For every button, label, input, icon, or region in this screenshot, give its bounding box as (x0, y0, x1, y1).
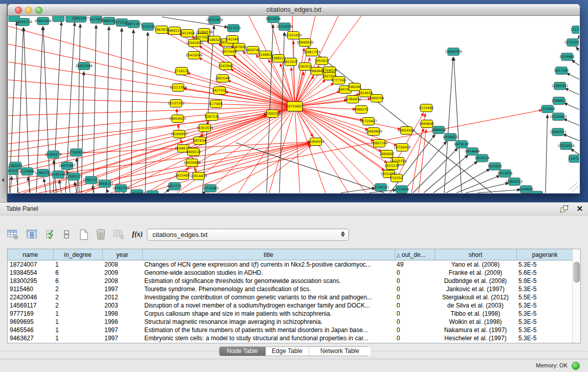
column-header-pagerank[interactable]: pagerank (516, 249, 573, 260)
zoom-window-button[interactable] (35, 7, 42, 14)
graph-node[interactable]: 14136141 (372, 184, 389, 191)
tab-node-table[interactable]: Node Table (220, 347, 266, 356)
table-cell[interactable]: Dudbridge et al. (2008) (434, 277, 516, 285)
graph-node[interactable]: 14671355 (125, 20, 142, 28)
table-cell[interactable]: 5.3E-5 (516, 310, 573, 318)
delete-table-button[interactable] (112, 229, 126, 239)
tab-network-table[interactable]: Network Table (309, 347, 371, 356)
table-cell[interactable]: 9699695 (8, 318, 53, 326)
graph-node[interactable]: 19166852 (170, 130, 187, 138)
graph-node[interactable] (53, 16, 64, 22)
network-canvas[interactable]: 1405572420691406106532471527602646616010… (8, 16, 579, 193)
table-cell[interactable]: 5.3E-5 (516, 260, 573, 269)
graph-node[interactable]: 10654112 (506, 178, 522, 186)
table-cell[interactable]: 5.3E-5 (516, 301, 573, 310)
function-builder-button[interactable]: f(x) (132, 230, 143, 238)
graph-node[interactable]: 1145194 (51, 171, 66, 179)
table-cell[interactable]: 2009 (102, 269, 142, 277)
table-cell[interactable]: Investigating the contribution of common… (142, 293, 395, 301)
table-cell[interactable]: 2 (53, 293, 102, 301)
table-cell[interactable]: 6 (53, 269, 102, 277)
graph-node[interactable]: 887834 (193, 137, 206, 145)
table-cell[interactable]: 9115460 (8, 285, 53, 293)
column-header-short[interactable]: short (434, 249, 516, 260)
table-cell[interactable]: Structural magnetic resonance image aver… (142, 318, 395, 326)
graph-node[interactable]: 1117534 (571, 26, 579, 34)
graph-node[interactable]: 17359924 (68, 149, 84, 157)
graph-node[interactable]: 746266 (349, 83, 361, 91)
graph-node[interactable]: 12505135 (65, 173, 82, 181)
graph-node[interactable]: 116753 (569, 155, 579, 163)
table-cell[interactable]: 0 (395, 334, 434, 342)
graph-node[interactable]: 15751074 (564, 39, 579, 47)
graph-node[interactable]: 12093582 (551, 82, 568, 90)
graph-node[interactable]: 14353534 (196, 124, 213, 132)
table-cell[interactable]: Estimation of the future numbers of pati… (142, 326, 395, 334)
graph-node[interactable]: 6479197 (454, 141, 469, 148)
table-row[interactable]: 969969511998Structural magnetic resonanc… (8, 318, 573, 326)
table-cell[interactable]: Hescheler et al. (1997) (434, 334, 516, 342)
table-cell[interactable]: 1998 (102, 310, 142, 318)
graph-node[interactable]: 9899695 (420, 120, 434, 128)
table-cell[interactable]: 0 (395, 310, 434, 318)
table-cell[interactable]: Jankovic et al. (1997) (434, 285, 516, 293)
select-all-button[interactable] (45, 229, 56, 239)
table-cell[interactable]: 5.9E-5 (516, 277, 573, 285)
table-cell[interactable]: 2 (53, 285, 102, 293)
close-window-button[interactable] (15, 7, 22, 14)
graph-node[interactable]: 9115460 (419, 104, 434, 112)
graph-node[interactable]: 7955812 (315, 57, 330, 65)
graph-node[interactable]: 7986372 (354, 106, 369, 114)
graph-node[interactable]: 2933514 (475, 155, 490, 162)
graph-node[interactable]: 39159 (8, 167, 18, 175)
network-window-titlebar[interactable]: citations_edges.txt (8, 4, 580, 16)
graph-node[interactable]: 15720407 (360, 118, 377, 125)
row-height-button[interactable] (62, 229, 71, 239)
graph-node[interactable]: 20053346 (75, 62, 92, 70)
graph-node[interactable]: 20206576 (45, 151, 61, 159)
table-cell[interactable]: 2008 (102, 260, 142, 269)
table-row[interactable]: 1938455462009Genome-wide association stu… (8, 269, 573, 277)
graph-node[interactable]: 7632621 (488, 163, 503, 170)
graph-node[interactable]: 9457771 (167, 183, 182, 190)
graph-node[interactable]: 21364436 (344, 96, 361, 103)
table-cell[interactable]: Yano et al. (2008) (434, 260, 516, 269)
tab-edge-table[interactable]: Edge Table (266, 347, 309, 356)
table-cell[interactable]: Stergiakouli et al. (2012) (434, 293, 516, 301)
graph-node[interactable]: 9329966 (560, 53, 575, 61)
graph-node[interactable]: 9498222 (186, 148, 201, 156)
table-cell[interactable]: 49 (395, 260, 434, 269)
table-cell[interactable]: 5.5E-5 (516, 293, 573, 301)
table-cell[interactable]: 9777169 (8, 310, 53, 318)
table-cell[interactable]: 1 (53, 326, 102, 334)
table-cell[interactable]: 1 (53, 310, 102, 318)
graph-node[interactable]: 19218506 (276, 23, 293, 31)
scrollbar-thumb[interactable] (574, 262, 580, 282)
graph-node[interactable]: 20691406 (34, 17, 51, 25)
graph-node[interactable]: 10958107 (96, 180, 113, 188)
graph-node[interactable]: 2718126 (175, 68, 189, 75)
graph-node[interactable]: 14039489 (183, 159, 200, 167)
table-cell[interactable]: 6 (53, 277, 102, 285)
table-cell[interactable]: 1 (53, 260, 102, 269)
graph-node[interactable]: 14055724 (15, 18, 32, 26)
table-cell[interactable]: Wolkin et al. (1998) (434, 318, 516, 326)
table-row[interactable]: 977716911998Corpus callosum shape and si… (8, 310, 573, 318)
graph-node[interactable]: 19975887 (58, 162, 75, 170)
graph-node[interactable]: 22420046 (185, 52, 202, 59)
table-row[interactable]: 1830029562008Estimation of significance … (8, 277, 573, 285)
table-row[interactable]: 1872400712008Changes of HCN gene express… (8, 260, 573, 269)
table-cell[interactable]: 1997 (102, 334, 142, 342)
table-cell[interactable]: Franke et al. (2009) (434, 269, 516, 277)
minimize-window-button[interactable] (25, 7, 32, 14)
table-cell[interactable]: Changes of HCN gene expression and I(f) … (142, 260, 395, 269)
create-column-button[interactable] (78, 229, 90, 240)
graph-node[interactable]: 19654925 (169, 115, 186, 123)
graph-node[interactable]: 8427552 (212, 87, 227, 95)
table-cell[interactable]: 5.6E-5 (516, 269, 573, 277)
graph-node[interactable]: 15692971 (549, 128, 566, 136)
delete-column-button[interactable] (94, 229, 107, 240)
graph-node[interactable]: 16961758 (303, 49, 320, 56)
table-row[interactable]: 946362711997Embryonic stem cells: a mode… (8, 334, 573, 342)
graph-node[interactable]: 9777169 (332, 77, 346, 84)
